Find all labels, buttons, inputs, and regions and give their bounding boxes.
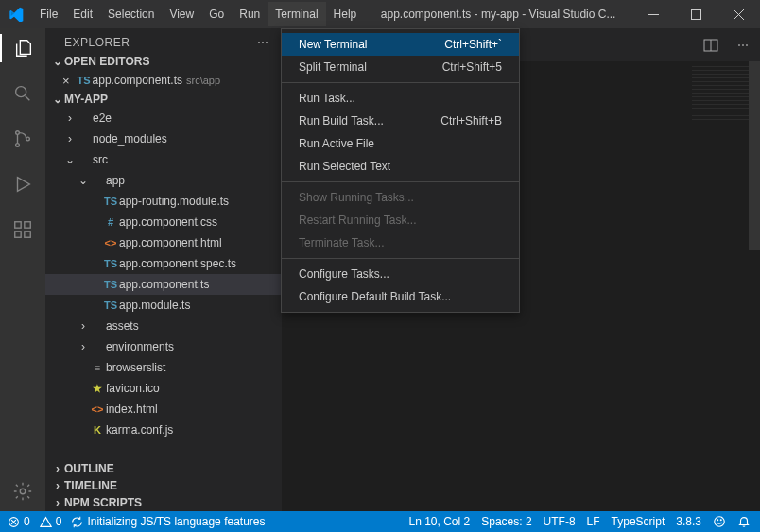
tree-item-app-component-html[interactable]: <>app.component.html — [45, 232, 282, 253]
status-encoding[interactable]: UTF-8 — [544, 515, 576, 528]
menu-item-split-terminal[interactable]: Split TerminalCtrl+Shift+5 — [282, 56, 519, 78]
tree-item-environments[interactable]: ›environments — [45, 336, 282, 357]
title-bar: FileEditSelectionViewGoRunTerminalHelp a… — [0, 0, 760, 28]
tree-item-karma-conf-js[interactable]: Kkarma.conf.js — [45, 420, 282, 440]
tree-item-app-component-spec-ts[interactable]: TSapp.component.spec.ts — [45, 253, 282, 274]
tree-item-index-html[interactable]: <>index.html — [45, 399, 282, 420]
menu-selection[interactable]: Selection — [100, 2, 162, 26]
tree-item-label: app.component.spec.ts — [119, 257, 236, 270]
explorer-icon[interactable] — [0, 34, 45, 62]
minimap[interactable] — [692, 66, 749, 123]
chevron-right-icon: › — [64, 132, 76, 146]
menu-help[interactable]: Help — [326, 2, 365, 26]
status-ts-version[interactable]: 3.8.3 — [676, 515, 701, 528]
menu-item-run-selected-text[interactable]: Run Selected Text — [282, 155, 519, 178]
status-lncol[interactable]: Ln 10, Col 2 — [408, 515, 470, 528]
ts-icon: TS — [102, 300, 119, 311]
chevron-right-icon: › — [51, 496, 64, 509]
scrollbar-thumb[interactable] — [749, 61, 760, 250]
tree-item-label: app.module.ts — [119, 299, 190, 312]
split-editor-icon[interactable] — [703, 38, 726, 53]
menu-item-run-build-task[interactable]: Run Build Task...Ctrl+Shift+B — [282, 110, 519, 132]
tree-item-assets[interactable]: ›assets — [45, 316, 282, 336]
tree-item-label: app.component.ts — [119, 278, 209, 291]
open-editors-header[interactable]: ⌄ OPEN EDITORS — [45, 53, 282, 70]
editor-more-icon[interactable]: ⋯ — [732, 39, 754, 52]
chevron-right-icon: › — [78, 340, 89, 353]
chevron-right-icon: › — [64, 112, 76, 125]
status-errors[interactable]: 0 — [8, 515, 30, 528]
project-name: MY-APP — [64, 93, 108, 106]
file-tree: ›e2e›node_modules⌄src⌄appTSapp-routing.m… — [45, 108, 282, 460]
explorer-sidebar: EXPLORER ⋯ ⌄ OPEN EDITORS × TS app.compo… — [45, 28, 282, 511]
html-icon: <> — [102, 237, 119, 249]
ts-icon: TS — [102, 196, 119, 207]
tree-item-favicon-ico[interactable]: ★favicon.ico — [45, 378, 282, 399]
svg-rect-8 — [25, 232, 30, 237]
status-spaces[interactable]: Spaces: 2 — [481, 515, 531, 528]
tree-item-label: src — [93, 153, 108, 166]
timeline-label: TIMELINE — [64, 479, 117, 492]
minimize-button[interactable] — [632, 0, 675, 28]
menu-item-run-active-file[interactable]: Run Active File — [282, 132, 519, 155]
menu-file[interactable]: File — [32, 2, 65, 26]
menu-item-new-terminal[interactable]: New TerminalCtrl+Shift+` — [282, 33, 519, 56]
tree-item-browserslist[interactable]: ≡browserslist — [45, 357, 282, 378]
menu-run[interactable]: Run — [232, 2, 268, 26]
open-editor-item[interactable]: × TS app.component.ts src\app — [45, 70, 282, 91]
menu-item-label: Restart Running Task... — [299, 214, 417, 227]
svg-point-4 — [16, 144, 20, 147]
source-control-icon[interactable] — [0, 125, 45, 153]
tree-item-app[interactable]: ⌄app — [45, 170, 282, 191]
css-icon: # — [102, 216, 119, 228]
menu-view[interactable]: View — [162, 2, 201, 26]
close-button[interactable] — [717, 0, 760, 28]
errors-count: 0 — [24, 515, 30, 528]
outline-header[interactable]: › OUTLINE — [45, 460, 282, 477]
tree-item-label: node_modules — [93, 132, 167, 146]
tree-item-node-modules[interactable]: ›node_modules — [45, 129, 282, 149]
html-idx-icon: <> — [89, 403, 106, 415]
svg-point-13 — [715, 517, 725, 527]
search-icon[interactable] — [0, 79, 45, 108]
js-icon: K — [89, 424, 106, 436]
maximize-button[interactable] — [675, 0, 717, 28]
close-editor-icon[interactable]: × — [62, 74, 70, 88]
menu-item-label: Run Build Task... — [299, 114, 384, 128]
menu-item-run-task[interactable]: Run Task... — [282, 87, 519, 110]
menu-go[interactable]: Go — [201, 2, 232, 26]
settings-gear-icon[interactable] — [0, 477, 45, 506]
vertical-scrollbar[interactable] — [749, 61, 760, 511]
menu-item-configure-default-build-task[interactable]: Configure Default Build Task... — [282, 285, 519, 308]
npm-scripts-header[interactable]: › NPM SCRIPTS — [45, 494, 282, 511]
tree-item-app-routing-module-ts[interactable]: TSapp-routing.module.ts — [45, 191, 282, 212]
tree-item-label: assets — [106, 319, 139, 333]
tree-item-app-component-css[interactable]: #app.component.css — [45, 212, 282, 232]
tree-item-app-component-ts[interactable]: TSapp.component.ts — [45, 274, 282, 295]
menu-item-configure-tasks[interactable]: Configure Tasks... — [282, 263, 519, 285]
ts-icon: TS — [102, 258, 119, 269]
status-language-init[interactable]: Initializing JS/TS language features — [71, 515, 265, 528]
status-language[interactable]: TypeScript — [612, 515, 665, 528]
menu-terminal[interactable]: Terminal — [268, 2, 325, 26]
status-warnings[interactable]: 0 — [40, 515, 62, 528]
extensions-icon[interactable] — [0, 215, 45, 244]
explorer-more-icon[interactable]: ⋯ — [257, 36, 269, 49]
menu-item-label: Terminate Task... — [299, 236, 384, 249]
window-title: app.component.ts - my-app - Visual Studi… — [364, 8, 632, 21]
run-debug-icon[interactable] — [0, 170, 45, 198]
tree-item-label: karma.conf.js — [106, 423, 173, 437]
timeline-header[interactable]: › TIMELINE — [45, 477, 282, 494]
warnings-count: 0 — [56, 515, 62, 528]
status-eol[interactable]: LF — [587, 515, 600, 528]
tree-item-e2e[interactable]: ›e2e — [45, 108, 282, 129]
project-header[interactable]: ⌄ MY-APP — [45, 91, 282, 108]
tree-item-label: browserslist — [106, 361, 165, 374]
status-feedback-icon[interactable] — [713, 515, 726, 528]
tree-item-app-module-ts[interactable]: TSapp.module.ts — [45, 295, 282, 316]
tree-item-src[interactable]: ⌄src — [45, 149, 282, 170]
chevron-right-icon: › — [78, 319, 89, 333]
menu-item-label: Run Active File — [299, 137, 374, 150]
menu-edit[interactable]: Edit — [65, 2, 100, 26]
status-bell-icon[interactable] — [737, 515, 751, 528]
